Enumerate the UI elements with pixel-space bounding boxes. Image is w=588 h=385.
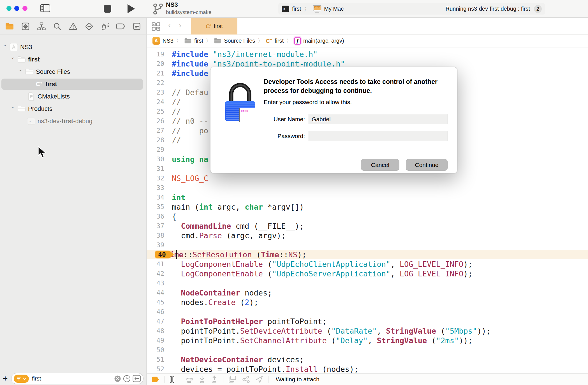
jump-bar[interactable]: ANS3〉first〉Source Files〉C+first〉fmain(ar… xyxy=(147,35,588,47)
svg-text:>_: >_ xyxy=(29,120,33,123)
lock-badge-text: exec xyxy=(241,109,248,113)
breadcrumb-item-first[interactable]: C+first xyxy=(266,38,284,44)
step-over-icon xyxy=(185,376,193,383)
code-line-46[interactable]: 46 xyxy=(147,307,588,317)
scm-status-filter-icon[interactable] xyxy=(133,375,141,382)
breadcrumb-item-main-argc-argv-[interactable]: fmain(argc, argv) xyxy=(294,37,344,45)
tree-row-first[interactable]: C+first xyxy=(0,78,146,90)
clear-filter-icon[interactable] xyxy=(114,375,121,382)
username-field[interactable]: Gabriel xyxy=(309,114,448,124)
code-line-43[interactable]: 43 xyxy=(147,278,588,288)
line-number: 47 xyxy=(147,318,169,325)
breadcrumb-item-source-files[interactable]: Source Files xyxy=(214,38,255,44)
line-number: 33 xyxy=(147,184,169,191)
code-line-32[interactable]: 32NS_LOG_C xyxy=(147,173,588,183)
window-zoom-button[interactable] xyxy=(22,6,27,11)
breakpoint-navigator-icon[interactable] xyxy=(115,20,127,33)
code-line-39[interactable]: 39 xyxy=(147,240,588,250)
activity-status-text: Running ns3-dev-first-debug : first xyxy=(446,6,530,12)
add-button[interactable]: + xyxy=(3,374,11,383)
code-line-33[interactable]: 33 xyxy=(147,183,588,192)
folder-icon xyxy=(184,38,192,44)
code-line-49[interactable]: 49 pointToPoint.SetChannelAttribute ("De… xyxy=(147,336,588,345)
tree-row-source-files[interactable]: ⌄Source Files xyxy=(0,66,146,78)
breadcrumb-item-first[interactable]: first xyxy=(184,38,203,44)
code-line-37[interactable]: 37 CommandLine cmd (__FILE__); xyxy=(147,221,588,231)
line-number: 49 xyxy=(147,337,169,344)
project-navigator-icon[interactable] xyxy=(3,20,16,33)
disclosure-chevron-icon[interactable]: ⌄ xyxy=(18,67,22,72)
filter-icon[interactable] xyxy=(14,375,29,383)
code-line-38[interactable]: 38 cmd.Parse (argc, argv); xyxy=(147,231,588,240)
code-line-50[interactable]: 50 xyxy=(147,345,588,355)
password-field[interactable] xyxy=(309,131,448,141)
find-navigator-icon[interactable] xyxy=(51,20,63,33)
cancel-button[interactable]: Cancel xyxy=(361,159,399,171)
window-minimize-button[interactable] xyxy=(14,6,19,11)
tab-overview-icon[interactable] xyxy=(151,22,161,31)
tab-bar: ‹ › C+ first xyxy=(147,18,588,35)
forward-button[interactable]: › xyxy=(179,21,181,30)
tree-item-label: CMakeLists xyxy=(38,93,70,100)
code-line-19[interactable]: 19#include "ns3/internet-module.h" xyxy=(147,49,588,59)
symbol-navigator-icon[interactable] xyxy=(35,20,48,33)
breakpoints-toggle-icon[interactable] xyxy=(152,376,159,382)
filter-field[interactable]: first xyxy=(11,373,143,384)
disclosure-chevron-icon[interactable]: ⌄ xyxy=(3,42,7,48)
issue-navigator-icon[interactable] xyxy=(67,20,79,33)
pause-icon[interactable] xyxy=(170,376,175,383)
code-line-42[interactable]: 42 LogComponentEnable ("UdpEchoServerApp… xyxy=(147,269,588,278)
code-line-48[interactable]: 48 pointToPoint.SetDeviceAttribute ("Dat… xyxy=(147,326,588,336)
code-line-34[interactable]: 34int xyxy=(147,192,588,202)
code-line-51[interactable]: 51 NetDeviceContainer devices; xyxy=(147,355,588,364)
tree-row-cmakelists[interactable]: CMakeLists xyxy=(0,90,146,103)
code-line-40[interactable]: 40 Time::SetResolution (Time::NS); xyxy=(147,250,588,259)
git-branch-icon xyxy=(152,3,164,15)
window-close-button[interactable] xyxy=(6,6,11,11)
navigator-sidebar: ⌄NS3⌄first⌄Source FilesC+firstCMakeLists… xyxy=(0,18,147,385)
report-navigator-icon[interactable] xyxy=(131,20,143,33)
run-destination[interactable]: My Mac xyxy=(324,6,344,12)
stop-button[interactable] xyxy=(104,5,111,13)
line-number: 31 xyxy=(147,165,169,172)
disclosure-chevron-icon[interactable]: ⌄ xyxy=(11,55,15,60)
scheme-name[interactable]: first xyxy=(292,6,301,12)
activity-badge[interactable]: 2 xyxy=(534,5,542,13)
disclosure-chevron-icon[interactable]: ⌄ xyxy=(11,104,15,109)
code-line-45[interactable]: 45 nodes.Create (2); xyxy=(147,297,588,307)
recent-files-clock-icon[interactable] xyxy=(123,375,131,382)
continue-button[interactable]: Continue xyxy=(406,159,448,171)
breadcrumb-item-ns3[interactable]: ANS3 xyxy=(152,37,173,45)
tree-row-ns3[interactable]: ⌄NS3 xyxy=(0,41,146,53)
breadcrumb-label: first xyxy=(194,38,203,44)
debug-navigator-icon[interactable] xyxy=(99,20,111,33)
tab-first[interactable]: C+ first xyxy=(191,18,237,35)
test-navigator-icon[interactable] xyxy=(83,20,95,33)
tree-row-products[interactable]: ⌄Products xyxy=(0,103,146,115)
tree-row-ns3-dev-first-debug[interactable]: >_ns3-dev-first-debug xyxy=(0,115,146,127)
chevron-right-icon: 〉 xyxy=(304,5,310,13)
code-text: #include "ns3/internet-module.h" xyxy=(169,50,318,59)
run-button[interactable] xyxy=(128,4,135,13)
navigator-toggle-button[interactable] xyxy=(40,4,50,12)
code-text: pointToPoint.SetChannelAttribute ("Delay… xyxy=(169,336,473,345)
code-line-41[interactable]: 41 LogComponentEnable ("UdpEchoClientApp… xyxy=(147,259,588,269)
filter-input-value[interactable]: first xyxy=(32,375,112,382)
back-button[interactable]: ‹ xyxy=(168,21,171,30)
source-control-navigator-icon[interactable] xyxy=(19,20,32,33)
view-hierarchy-icon xyxy=(228,375,237,383)
breakpoint-badge[interactable]: 40 xyxy=(155,250,174,260)
terminal-icon: >_ xyxy=(27,117,35,125)
username-label: User Name: xyxy=(212,116,305,123)
tree-row-first[interactable]: ⌄first xyxy=(0,53,146,66)
tree-item-label: Source Files xyxy=(36,68,70,75)
code-text: devices = pointToPoint.Install (nodes); xyxy=(169,365,359,373)
code-line-52[interactable]: 52 devices = pointToPoint.Install (nodes… xyxy=(147,364,588,373)
line-number: 23 xyxy=(147,89,169,96)
code-line-35[interactable]: 35main (int argc, char *argv[]) xyxy=(147,202,588,212)
code-line-47[interactable]: 47 PointToPointHelper pointToPoint; xyxy=(147,317,588,326)
debug-bar-separator xyxy=(268,376,268,383)
code-line-36[interactable]: 36{ xyxy=(147,212,588,221)
code-line-44[interactable]: 44 NodeContainer nodes; xyxy=(147,288,588,297)
line-number: 52 xyxy=(147,365,169,373)
